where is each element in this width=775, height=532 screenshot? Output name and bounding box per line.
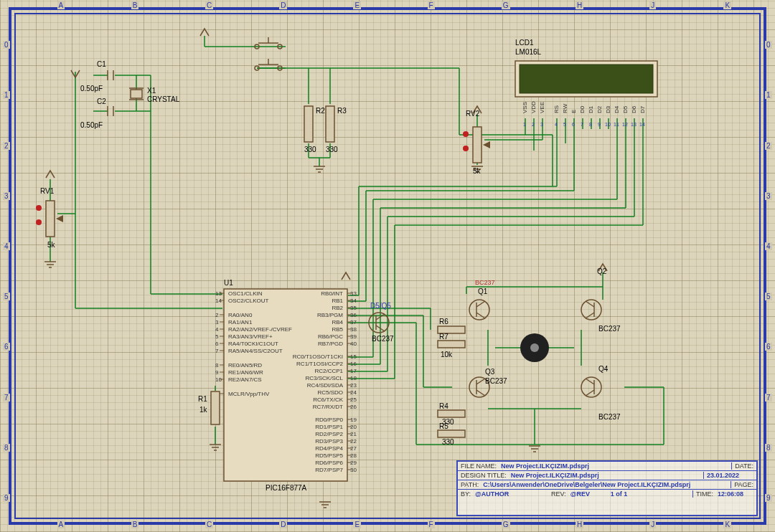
svg-text:D5: D5 — [622, 105, 629, 113]
svg-text:RA3/AN3/VREF+: RA3/AN3/VREF+ — [228, 333, 273, 340]
svg-text:RC4/SDI/SDA: RC4/SDI/SDA — [307, 382, 344, 389]
svg-text:RA2/AN2/VREF-/CVREF: RA2/AN2/VREF-/CVREF — [228, 326, 292, 333]
ruler-left: 9 — [765, 494, 772, 502]
svg-point-317 — [530, 343, 539, 352]
tb-path-label: PATH: — [461, 481, 479, 488]
svg-text:Q3: Q3 — [485, 368, 495, 376]
svg-line-313 — [586, 390, 594, 396]
svg-text:RC1/T1OSI/CCP2: RC1/T1OSI/CCP2 — [296, 361, 343, 367]
svg-text:2: 2 — [215, 312, 219, 318]
svg-rect-117 — [326, 106, 334, 142]
svg-text:LCD1: LCD1 — [515, 39, 534, 47]
svg-text:OSC1/CLKIN: OSC1/CLKIN — [228, 290, 263, 297]
ruler-left: 2 — [3, 142, 10, 150]
pot-rv2[interactable]: RV2 5k — [463, 110, 490, 175]
svg-text:4: 4 — [555, 122, 558, 127]
ruler-left: 9 — [3, 494, 10, 502]
svg-text:8: 8 — [215, 362, 219, 369]
svg-text:R5: R5 — [439, 422, 448, 430]
ruler-top: H — [576, 1, 583, 9]
capacitor-c2[interactable]: C2 0.50pF — [80, 98, 113, 129]
svg-text:OSC2/CLKOUT: OSC2/CLKOUT — [228, 298, 269, 304]
svg-text:330: 330 — [304, 146, 316, 153]
svg-text:BC237: BC237 — [475, 279, 495, 286]
svg-text:RV1: RV1 — [40, 187, 55, 195]
svg-text:VEE: VEE — [539, 102, 545, 113]
tb-path: C:\Users\Anwender\OneDrive\Belgeler\New … — [483, 481, 726, 488]
svg-point-130 — [36, 205, 42, 211]
svg-point-292 — [469, 300, 489, 320]
svg-text:R6: R6 — [439, 318, 448, 326]
svg-text:RE2/AN7/CS: RE2/AN7/CS — [228, 376, 262, 383]
ruler-left: 0 — [3, 41, 10, 49]
svg-text:LM016L: LM016L — [515, 48, 542, 56]
svg-text:10k: 10k — [441, 351, 453, 358]
svg-text:RC5/SDO: RC5/SDO — [317, 389, 343, 396]
svg-text:RA5/AN4/SS/C2OUT: RA5/AN4/SS/C2OUT — [228, 348, 283, 354]
dc-motor[interactable] — [520, 333, 549, 362]
lcd-lcd1[interactable]: LCD1 LM016L — [515, 39, 657, 97]
ruler-left: 1 — [3, 91, 10, 99]
tb-date: 23.01.2022 — [703, 472, 753, 479]
ruler-left: 7 — [765, 394, 772, 402]
svg-text:D3: D3 — [605, 105, 611, 113]
svg-text:RB6/PGC: RB6/PGC — [318, 333, 343, 340]
svg-text:MCLR/Vpp/THV: MCLR/Vpp/THV — [228, 391, 270, 397]
transistor-q4[interactable]: Q4 BC237 — [581, 365, 621, 421]
svg-text:Q4: Q4 — [598, 365, 609, 373]
svg-text:BC237: BC237 — [598, 325, 621, 333]
svg-text:RW: RW — [562, 103, 568, 113]
svg-text:8: 8 — [589, 122, 592, 127]
svg-text:12: 12 — [622, 122, 628, 127]
svg-rect-283 — [211, 391, 220, 424]
transistor-q2[interactable]: Q2 BC237 — [581, 267, 621, 333]
svg-point-298 — [581, 300, 601, 320]
svg-text:RB5: RB5 — [332, 326, 343, 333]
tb-by: @AUTHOR — [475, 490, 547, 498]
ruler-left: 2 — [765, 142, 772, 150]
svg-text:U1: U1 — [224, 279, 233, 287]
ruler-left: 6 — [3, 343, 10, 351]
ruler-left: 3 — [765, 192, 772, 200]
resistor-r7[interactable]: R7 — [438, 333, 465, 348]
svg-text:11: 11 — [614, 122, 619, 127]
svg-line-300 — [586, 301, 594, 307]
ruler-left: 7 — [3, 394, 10, 402]
svg-text:RD2/PSP2: RD2/PSP2 — [315, 431, 343, 437]
svg-text:R3: R3 — [337, 107, 347, 115]
resistor-r2[interactable]: R2 330 — [304, 106, 325, 153]
svg-point-310 — [581, 377, 601, 397]
svg-rect-109 — [131, 90, 142, 98]
pot-rv1[interactable]: RV1 5k — [36, 187, 63, 249]
svg-text:RA4/T0CKI/C1OUT: RA4/T0CKI/C1OUT — [228, 341, 278, 347]
svg-text:PIC16F877A: PIC16F877A — [266, 484, 307, 492]
svg-text:3: 3 — [215, 319, 219, 326]
transistor-q3[interactable]: Q3 BC237 — [469, 368, 507, 397]
svg-text:Q1: Q1 — [478, 288, 488, 295]
transistor-q1[interactable]: Q1 BC237 — [469, 279, 495, 320]
svg-line-294 — [476, 301, 485, 307]
tb-page: 1 of 1 — [611, 490, 688, 498]
svg-text:D7: D7 — [639, 105, 646, 113]
svg-text:RD3/PSP3: RD3/PSP3 — [315, 438, 343, 445]
resistor-r1[interactable]: R1 1k — [198, 391, 220, 424]
svg-text:9: 9 — [598, 122, 601, 127]
svg-text:5k: 5k — [473, 167, 482, 175]
ruler-top: J — [649, 1, 656, 9]
svg-rect-321 — [438, 341, 465, 348]
resistor-r3[interactable]: R3 330 — [326, 106, 347, 153]
ruler-left: 8 — [3, 444, 10, 452]
svg-text:RC7/RX/DT: RC7/RX/DT — [313, 404, 343, 410]
svg-rect-141 — [520, 65, 653, 93]
schematic-canvas[interactable]: C1 0.50pF C2 0.50pF X1 CRYSTAL R2 330 R3… — [0, 0, 775, 532]
capacitor-c1[interactable]: C1 0.50pF — [80, 60, 113, 92]
svg-text:2: 2 — [532, 122, 535, 127]
svg-text:7: 7 — [215, 348, 219, 354]
tb-design-label: DESIGN TITLE: — [461, 472, 507, 479]
svg-text:14: 14 — [639, 122, 645, 127]
ruler-top: B — [131, 1, 139, 9]
ruler-top: A — [57, 1, 65, 9]
ruler-top: J — [649, 521, 656, 528]
svg-rect-134 — [473, 127, 482, 163]
svg-marker-129 — [56, 215, 63, 222]
